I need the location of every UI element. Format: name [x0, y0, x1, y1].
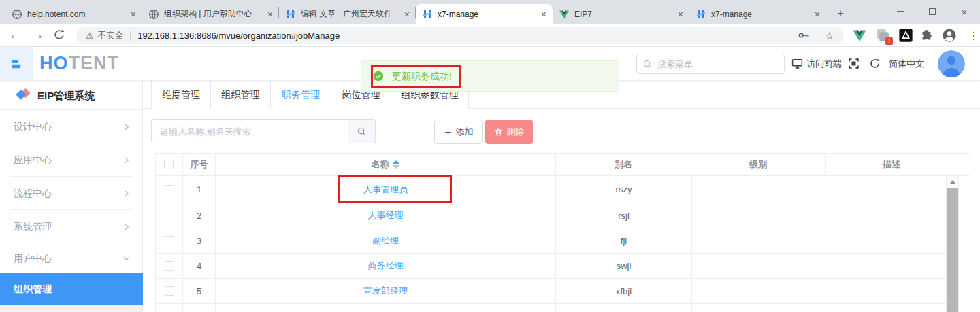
hotent-favicon-icon [285, 9, 296, 20]
bookmark-star-icon[interactable]: ☆ [825, 29, 834, 42]
fullscreen-button[interactable] [848, 47, 860, 80]
sidebar-item-organization-management[interactable]: 组织管理 [0, 273, 143, 305]
extension-with-badge-icon[interactable]: ! [875, 28, 890, 43]
minimize-icon [897, 11, 904, 12]
forward-icon[interactable]: → [30, 27, 46, 44]
sidebar-item-label: 系统管理 [14, 221, 52, 232]
success-check-icon [373, 71, 384, 82]
password-key-icon[interactable] [798, 29, 810, 41]
sidebar-item-process-center[interactable]: 流程中心 [0, 177, 143, 210]
row-desc [826, 279, 959, 304]
globe-icon [148, 9, 159, 20]
logo-gray-text: TENT [69, 53, 120, 73]
vue-favicon-icon [559, 9, 570, 20]
chevron-right-icon [122, 156, 131, 164]
menu-search-input[interactable] [657, 54, 781, 73]
sidebar-item-system-management[interactable]: 系统管理 [0, 210, 143, 243]
add-button[interactable]: 添加 [434, 120, 483, 144]
scrollbar-thumb[interactable] [947, 188, 958, 312]
tab-title: help.hotent.com [27, 10, 127, 19]
sidebar-item-design-center[interactable]: 设计中心 [0, 110, 143, 143]
column-header-spacer [958, 153, 970, 176]
browser-tab-eip7[interactable]: EIP7 × [553, 4, 689, 24]
sort-descending-icon[interactable] [393, 165, 399, 169]
window-close-button[interactable]: × [949, 0, 980, 23]
browser-tab-help-center[interactable]: 组织架构 | 用户帮助中心 × [142, 4, 279, 24]
job-name-link[interactable]: 宣发部经理 [363, 285, 408, 297]
job-name-link[interactable]: 商务经理 [368, 260, 404, 272]
row-level [692, 228, 826, 254]
table-row: 1 人事管理员 rszy [155, 176, 970, 203]
url-text[interactable]: 192.168.1.136:8686/mvue/organization#job… [137, 31, 798, 41]
column-header-name[interactable]: 名称 [216, 153, 556, 176]
refresh-button[interactable] [869, 47, 881, 80]
browser-profile-avatar[interactable] [942, 28, 957, 43]
user-avatar[interactable] [938, 50, 965, 77]
row-checkbox[interactable] [165, 211, 174, 220]
back-icon[interactable]: ← [7, 27, 23, 44]
language-selector[interactable]: 简体中文 [889, 47, 924, 80]
vue-devtools-extension-icon[interactable] [852, 28, 867, 43]
security-warning-icon[interactable]: ⚠ [86, 31, 94, 41]
close-icon[interactable]: × [815, 9, 820, 20]
extension-error-badge: ! [885, 37, 893, 45]
tab-dimension-management[interactable]: 维度管理 [151, 81, 211, 109]
row-alias: xfbjl [556, 279, 692, 304]
close-icon[interactable]: × [267, 9, 273, 20]
select-all-checkbox[interactable] [164, 160, 174, 169]
sort-carets [393, 160, 399, 169]
url-omnibox[interactable]: ⚠ 不安全 192.168.1.136:8686/mvue/organizati… [76, 27, 844, 44]
sidebar-collapse-button[interactable] [0, 47, 33, 80]
column-header-name-label: 名称 [372, 158, 389, 171]
scrollbar-up-arrow[interactable] [947, 176, 959, 188]
tab-organization-management[interactable]: 组织管理 [211, 81, 271, 109]
chevron-right-icon [122, 223, 131, 231]
maximize-icon [929, 8, 936, 15]
delete-button[interactable]: 删除 [485, 120, 533, 144]
axure-extension-icon[interactable] [898, 28, 913, 43]
row-level [692, 176, 826, 203]
row-alias: rszy [556, 176, 692, 203]
delete-button-label: 删除 [506, 126, 524, 138]
browser-menu-dots-icon[interactable]: ⋮ [968, 29, 979, 42]
sidebar-item-label: 组织管理 [14, 283, 52, 294]
job-name-link[interactable]: 人事管理员 [363, 184, 408, 196]
job-name-link[interactable]: 副经理 [372, 235, 399, 247]
sidebar-item-label: 应用中心 [14, 154, 52, 165]
browser-tab-x7-manage-2[interactable]: x7-manage × [689, 4, 826, 24]
sort-ascending-icon[interactable] [393, 160, 399, 164]
window-maximize-button[interactable] [917, 0, 948, 23]
job-name-link[interactable]: 人事经理 [368, 209, 404, 222]
reload-icon[interactable] [53, 29, 69, 45]
column-header-index: 序号 [183, 153, 216, 176]
browser-tab-help-hotent[interactable]: help.hotent.com × [5, 4, 142, 24]
close-icon[interactable]: × [541, 9, 546, 20]
hotent-logo[interactable]: HOTENT [39, 47, 119, 80]
success-toast: 更新职务成功! [361, 60, 619, 92]
sidebar-item-label: 设计中心 [14, 121, 52, 132]
row-checkbox[interactable] [165, 236, 174, 245]
window-minimize-button[interactable] [885, 0, 916, 23]
sidebar-item-user-center[interactable]: 用户中心 [0, 243, 143, 273]
sidebar-item-app-center[interactable]: 应用中心 [0, 143, 143, 177]
browser-tab-x7-manage-active[interactable]: x7-manage × [416, 4, 553, 24]
browser-tab-edit-article[interactable]: 编辑 文章 - 广州宏天软件 × [279, 4, 416, 24]
close-icon[interactable]: × [404, 9, 410, 20]
extensions-puzzle-icon[interactable] [920, 29, 935, 44]
table-row: 2 人事经理 rsjl [155, 203, 970, 228]
close-icon[interactable]: × [131, 9, 136, 20]
tab-label: 维度管理 [162, 89, 200, 100]
row-checkbox[interactable] [165, 185, 174, 194]
row-checkbox[interactable] [165, 286, 174, 296]
table-scrollbar[interactable] [946, 176, 958, 312]
close-icon[interactable]: × [678, 9, 683, 20]
job-search-input[interactable] [151, 119, 348, 143]
table-row: 4 商务经理 swjl [155, 254, 970, 279]
row-checkbox[interactable] [165, 261, 174, 271]
tab-job-management[interactable]: 职务管理 [271, 81, 331, 109]
new-tab-button[interactable]: + [832, 5, 849, 22]
logo-blue-text: HO [39, 53, 69, 73]
visit-frontend-button[interactable]: 访问前端 [791, 47, 842, 80]
tab-title: EIP7 [574, 10, 674, 19]
job-search-button[interactable] [348, 119, 376, 143]
